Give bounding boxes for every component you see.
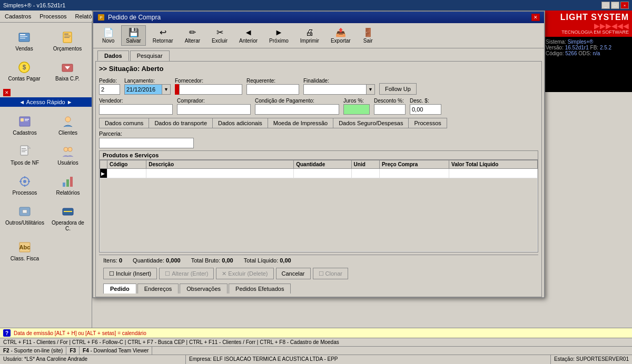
lancamento-input[interactable] bbox=[124, 84, 162, 95]
bottom-tab-observacoes[interactable]: Observações bbox=[180, 284, 228, 294]
tab-dados[interactable]: Dados bbox=[97, 50, 129, 61]
desc-input[interactable] bbox=[410, 104, 441, 115]
excluir-icon: ✂ bbox=[216, 27, 223, 37]
juros-input[interactable] bbox=[343, 104, 370, 115]
requerente-input[interactable] bbox=[246, 84, 299, 95]
tab-pesquisar[interactable]: Pesquisar bbox=[130, 50, 170, 61]
sidebar-item-contas[interactable]: $ Contas Pagar bbox=[3, 56, 45, 85]
parceria-input[interactable] bbox=[99, 138, 194, 148]
info-sub: TECNOLOGIA EM SOFTWARE bbox=[546, 29, 629, 35]
fornecedor-indicator bbox=[175, 84, 179, 95]
dialog-close-button[interactable]: ✕ bbox=[531, 14, 540, 21]
sidebar-item-processos[interactable]: Processos bbox=[3, 170, 46, 199]
dialog-icon: P bbox=[97, 14, 105, 21]
sidebar-item-outros[interactable]: Outros/Utilitários bbox=[3, 200, 46, 235]
processos-label: Processos bbox=[13, 190, 37, 196]
excluir-button[interactable]: ✕ Excluir (Delete) bbox=[216, 268, 273, 279]
sidebar-item-vendas[interactable]: Vendas bbox=[3, 26, 45, 55]
info-codigo: Código: 5266 ODS: n/a bbox=[546, 50, 629, 56]
toolbar-novo[interactable]: 📄 Novo bbox=[97, 25, 119, 46]
col-descricao: Descrição bbox=[146, 160, 294, 169]
bottom-tab-pedido[interactable]: Pedido bbox=[103, 284, 136, 294]
section-tab-adicionais[interactable]: Dados adicionais bbox=[212, 118, 268, 128]
footer-totals: Itens: 0 Quantidade: 0,000 Total Bruto: … bbox=[99, 255, 538, 266]
incluir-button[interactable]: ☐ Incluir (Insert) bbox=[103, 268, 157, 279]
sidebar-item-cadastros[interactable]: Cadastros bbox=[3, 110, 46, 139]
close-app-button[interactable]: × bbox=[620, 2, 629, 9]
shortcut-bar: CTRL + F11 - Clientes / For | CTRL + F6 … bbox=[0, 338, 632, 346]
status-usuario: Usuário: *LS* Ana Caroline Andrade bbox=[0, 355, 186, 364]
desconto-input[interactable] bbox=[374, 104, 406, 115]
sidebar-menubar: Cadastros Processos Relatórios bbox=[0, 11, 92, 23]
products-table-body: ▶ bbox=[100, 169, 538, 252]
menu-processos[interactable]: Processos bbox=[36, 12, 70, 21]
sidebar-item-clientes[interactable]: Clientes bbox=[47, 110, 88, 139]
tipos-nf-label: Tipos de NF bbox=[11, 160, 39, 166]
lancamento-date: ▼ bbox=[124, 84, 171, 95]
toolbar-exportar[interactable]: 📤 Exportar bbox=[326, 25, 355, 46]
alterar-button[interactable]: ☐ Alterar (Enter) bbox=[159, 268, 214, 279]
status-bar: Usuário: *LS* Ana Caroline Andrade Empre… bbox=[0, 355, 632, 364]
section-tab-transporte[interactable]: Dados do transporte bbox=[149, 118, 212, 128]
toolbar-proximo[interactable]: ► Próximo bbox=[264, 26, 293, 46]
usuarios-icon bbox=[60, 143, 76, 160]
svg-point-22 bbox=[64, 147, 68, 151]
cancelar-button[interactable]: Cancelar bbox=[276, 268, 311, 279]
sidebar-item-class-fisca[interactable]: Abc Class. Fisca bbox=[3, 236, 46, 265]
products-table: Código Descrição Quantidade Unid Preço C… bbox=[100, 160, 538, 252]
toolbar-anterior[interactable]: ◄ Anterior bbox=[234, 26, 262, 46]
sidebar-close-icon[interactable]: ✕ bbox=[3, 89, 11, 96]
sidebar-item-baixa[interactable]: Baixa C.P. bbox=[46, 56, 88, 85]
finalidade-dropdown[interactable]: ▼ bbox=[367, 84, 375, 95]
sidebar-item-usuarios[interactable]: Usuários bbox=[47, 140, 88, 169]
fornecedor-label: Fornecedor: bbox=[175, 78, 242, 84]
section-tab-moeda[interactable]: Moeda de Impressão bbox=[268, 118, 333, 128]
finalidade-group: Finalidade: ▼ bbox=[303, 78, 375, 95]
fornecedor-input[interactable] bbox=[179, 84, 242, 95]
window-controls[interactable]: _ □ × bbox=[601, 2, 629, 9]
f2-label: - Suporte on-line (site) bbox=[11, 348, 63, 353]
clonar-prefix: ☐ bbox=[319, 270, 324, 277]
section-tab-dados-comuns[interactable]: Dados comuns bbox=[99, 118, 149, 128]
menu-cadastros[interactable]: Cadastros bbox=[1, 12, 35, 21]
condicao-input[interactable] bbox=[255, 104, 339, 115]
finalidade-input[interactable] bbox=[303, 84, 367, 95]
svg-rect-20 bbox=[22, 150, 27, 150]
class-fisca-label: Class. Fisca bbox=[11, 256, 39, 261]
condicao-label: Condição de Pagamento: bbox=[255, 98, 339, 104]
maximize-button[interactable]: □ bbox=[611, 2, 619, 9]
bottom-tab-pedidos-efetuados[interactable]: Pedidos Efetuados bbox=[229, 284, 291, 294]
toolbar-imprimir[interactable]: 🖨 Imprimir bbox=[295, 26, 324, 46]
sidebar-item-operadora[interactable]: Operadora de C. bbox=[47, 200, 88, 235]
svg-rect-21 bbox=[22, 151, 25, 152]
sidebar-item-orcamentos[interactable]: Orçamentos bbox=[46, 26, 88, 55]
follow-up-button[interactable]: Follow Up bbox=[379, 83, 417, 95]
vendedor-input[interactable] bbox=[99, 104, 173, 115]
sidebar-item-tipos-nf[interactable]: Tipos de NF bbox=[3, 140, 46, 169]
minimize-button[interactable]: _ bbox=[601, 2, 610, 9]
col-quantidade: Quantidade bbox=[294, 160, 351, 169]
app-title: Simples+® - v16.52d1r1 bbox=[3, 2, 65, 8]
requerente-group: Requerente: bbox=[246, 78, 299, 95]
comprador-input[interactable] bbox=[177, 104, 251, 115]
toolbar-retornar[interactable]: ↩ Retornar bbox=[148, 25, 178, 46]
toolbar-salvar[interactable]: 💾 Salvar bbox=[121, 25, 145, 46]
clonar-button[interactable]: ☐ Clonar bbox=[313, 268, 348, 279]
itens-value: 0 bbox=[119, 257, 122, 264]
toolbar-sair[interactable]: 🚪 Sair bbox=[358, 25, 379, 46]
toolbar-excluir[interactable]: ✂ Excluir bbox=[207, 25, 232, 46]
col-unid: Unid bbox=[351, 160, 379, 169]
novo-icon: 📄 bbox=[103, 27, 114, 37]
comprador-label: Comprador: bbox=[177, 98, 251, 104]
fornecedor-field-area bbox=[175, 84, 242, 95]
toolbar-alterar[interactable]: ✏ Alterar bbox=[180, 25, 205, 46]
products-title: Produtos e Serviços bbox=[100, 151, 538, 160]
section-tab-seguro[interactable]: Dados Seguro/Despesas bbox=[333, 118, 408, 128]
total-bruto: Total Bruto: 0,00 bbox=[191, 257, 233, 264]
sidebar-item-relatorios[interactable]: Relatórios bbox=[47, 170, 88, 199]
section-tab-processos[interactable]: Processos bbox=[408, 118, 447, 128]
bottom-tab-enderecos[interactable]: Endereços bbox=[137, 284, 179, 294]
pedido-input[interactable] bbox=[99, 84, 120, 95]
proximo-icon: ► bbox=[275, 28, 283, 37]
calendar-button[interactable]: ▼ bbox=[162, 84, 171, 95]
